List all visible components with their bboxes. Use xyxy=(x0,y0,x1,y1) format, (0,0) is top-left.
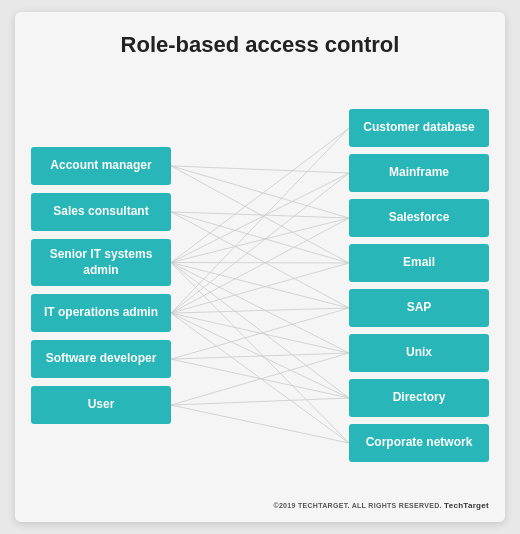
svg-line-18 xyxy=(171,308,349,313)
connection-lines xyxy=(171,76,349,495)
svg-line-6 xyxy=(171,128,349,263)
svg-line-7 xyxy=(171,173,349,263)
svg-line-13 xyxy=(171,263,349,444)
svg-line-1 xyxy=(171,166,349,218)
svg-line-9 xyxy=(171,263,349,264)
role-box-senior-it: Senior IT systems admin xyxy=(31,239,171,286)
svg-line-22 xyxy=(171,308,349,359)
resources-column: Customer databaseMainframeSalesforceEmai… xyxy=(349,109,489,462)
svg-line-16 xyxy=(171,218,349,313)
svg-line-23 xyxy=(171,353,349,359)
svg-line-26 xyxy=(171,398,349,405)
resource-box-directory: Directory xyxy=(349,379,489,417)
resource-box-email: Email xyxy=(349,244,489,282)
page-title: Role-based access control xyxy=(121,32,400,58)
diagram: Account managerSales consultantSenior IT… xyxy=(31,76,489,495)
svg-line-25 xyxy=(171,353,349,405)
resource-box-corporate-network: Corporate network xyxy=(349,424,489,462)
svg-line-11 xyxy=(171,263,349,354)
role-box-software-dev: Software developer xyxy=(31,340,171,378)
role-box-user: User xyxy=(31,386,171,424)
svg-line-5 xyxy=(171,212,349,308)
svg-line-0 xyxy=(171,166,349,173)
main-card: Role-based access control Account manage… xyxy=(15,12,505,522)
role-box-it-ops: IT operations admin xyxy=(31,294,171,332)
resource-box-sap: SAP xyxy=(349,289,489,327)
resource-box-salesforce: Salesforce xyxy=(349,199,489,237)
svg-line-3 xyxy=(171,212,349,218)
roles-column: Account managerSales consultantSenior IT… xyxy=(31,147,171,424)
lines-container xyxy=(171,76,349,495)
role-box-sales-consultant: Sales consultant xyxy=(31,193,171,231)
watermark: ©2019 TECHTARGET. ALL RIGHTS RESERVED. T… xyxy=(31,501,489,510)
resource-box-unix: Unix xyxy=(349,334,489,372)
svg-line-17 xyxy=(171,263,349,313)
resource-box-mainframe: Mainframe xyxy=(349,154,489,192)
watermark-text: ©2019 TECHTARGET. ALL RIGHTS RESERVED. xyxy=(273,502,441,509)
brand-name: TechTarget xyxy=(444,501,489,510)
resource-box-customer-db: Customer database xyxy=(349,109,489,147)
role-box-account-manager: Account manager xyxy=(31,147,171,185)
svg-line-15 xyxy=(171,173,349,313)
